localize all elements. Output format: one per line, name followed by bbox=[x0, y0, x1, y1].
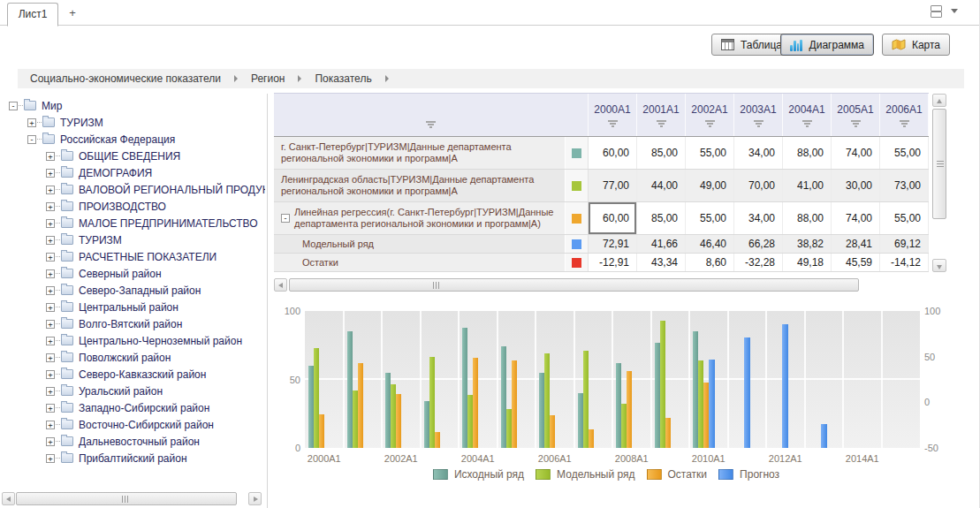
expand-icon[interactable]: + bbox=[46, 421, 55, 429]
value-cell[interactable]: 74,00 bbox=[832, 137, 880, 169]
scroll-right-button[interactable] bbox=[248, 492, 262, 505]
value-cell[interactable]: 73,00 bbox=[880, 170, 929, 201]
value-cell[interactable]: 28,41 bbox=[832, 235, 880, 253]
value-cell[interactable]: 88,00 bbox=[783, 202, 832, 234]
add-sheet-button[interactable]: + bbox=[64, 4, 81, 22]
value-cell[interactable]: 74,00 bbox=[832, 202, 880, 234]
expand-icon[interactable]: + bbox=[46, 454, 55, 463]
column-header[interactable]: 2003A1 bbox=[734, 94, 783, 136]
expand-icon[interactable]: + bbox=[46, 337, 55, 345]
value-cell[interactable]: 60,00 bbox=[589, 202, 637, 234]
scroll-left-button[interactable] bbox=[2, 492, 15, 505]
breadcrumb-item[interactable]: Регион bbox=[251, 72, 285, 85]
column-header[interactable]: 2004A1 bbox=[783, 94, 832, 136]
value-cell[interactable]: 41,00 bbox=[783, 170, 832, 201]
tree-item[interactable]: +Центрально-Черноземный район bbox=[0, 332, 265, 349]
expand-icon[interactable]: + bbox=[46, 152, 55, 161]
value-cell[interactable]: -14,12 bbox=[880, 254, 929, 271]
tree-item[interactable]: +Волго-Вятский район bbox=[0, 315, 265, 332]
expand-icon[interactable]: + bbox=[46, 387, 55, 396]
tree-horizontal-scrollbar[interactable] bbox=[2, 492, 262, 505]
value-cell[interactable]: 85,00 bbox=[637, 202, 686, 234]
value-cell[interactable]: 34,00 bbox=[734, 137, 783, 169]
value-cell[interactable]: 34,00 bbox=[734, 202, 783, 234]
value-cell[interactable]: 43,34 bbox=[637, 254, 686, 271]
expand-icon[interactable]: + bbox=[46, 202, 55, 211]
filter-icon[interactable] bbox=[608, 120, 618, 127]
tree-item[interactable]: +ОБЩИЕ СВЕДЕНИЯ bbox=[0, 148, 265, 164]
filter-icon[interactable] bbox=[426, 121, 436, 128]
table-scroll-thumb[interactable] bbox=[289, 278, 859, 292]
tab-sheet1[interactable]: Лист1 bbox=[7, 3, 58, 27]
value-cell[interactable]: -32,28 bbox=[734, 254, 783, 271]
table-horizontal-scrollbar[interactable] bbox=[274, 278, 976, 292]
expand-icon[interactable]: + bbox=[46, 253, 55, 262]
value-cell[interactable]: 85,00 bbox=[637, 137, 686, 169]
breadcrumb-item[interactable]: Показатель bbox=[315, 72, 371, 85]
value-cell[interactable]: 46,40 bbox=[686, 235, 734, 253]
tree-item[interactable]: +ТУРИЗМ bbox=[0, 231, 265, 248]
tree-item[interactable]: +ПРОИЗВОДСТВО bbox=[0, 198, 265, 215]
tree-item[interactable]: +Поволжский район bbox=[0, 349, 265, 366]
chevron-down-icon[interactable] bbox=[951, 9, 958, 13]
tree-item[interactable]: +Прибалтийский район bbox=[0, 450, 265, 466]
value-cell[interactable]: 38,82 bbox=[783, 235, 832, 253]
row-header-cell[interactable]: Модельный ряд bbox=[274, 235, 566, 253]
value-cell[interactable]: 77,00 bbox=[589, 170, 637, 201]
tree-item[interactable]: +Восточно-Сибирский район bbox=[0, 416, 265, 433]
expand-icon[interactable]: + bbox=[46, 437, 55, 446]
tree-item[interactable]: +ВАЛОВОЙ РЕГИОНАЛЬНЫЙ ПРОДУКТ bbox=[0, 181, 265, 198]
value-cell[interactable]: 88,00 bbox=[783, 137, 832, 169]
tree-item[interactable]: +Северо-Кавказский район bbox=[0, 366, 265, 383]
expand-icon[interactable]: + bbox=[46, 303, 55, 312]
value-cell[interactable]: 70,00 bbox=[734, 170, 783, 201]
filter-icon[interactable] bbox=[802, 120, 812, 127]
tree-item[interactable]: +Уральский район bbox=[0, 383, 265, 399]
row-header-cell[interactable]: Ленинградская область|ТУРИЗМ|Данные депа… bbox=[274, 170, 566, 201]
row-header-cell[interactable]: -Линейная регрессия(г. Санкт-Петербург|Т… bbox=[274, 202, 566, 234]
expand-icon[interactable]: + bbox=[46, 169, 55, 178]
collapse-icon[interactable]: - bbox=[9, 102, 18, 110]
value-cell[interactable]: -12,91 bbox=[589, 254, 637, 271]
tree-item[interactable]: +Северный район bbox=[0, 265, 265, 282]
expand-icon[interactable]: + bbox=[46, 269, 55, 278]
printer-icon[interactable] bbox=[929, 5, 942, 17]
row-header-column-header[interactable] bbox=[274, 94, 589, 136]
expand-icon[interactable]: + bbox=[46, 320, 55, 329]
tree-item[interactable]: +Дальневосточный район bbox=[0, 433, 265, 450]
value-cell[interactable]: 55,00 bbox=[686, 202, 734, 234]
tree-item[interactable]: +ДЕМОГРАФИЯ bbox=[0, 164, 265, 181]
value-cell[interactable]: 69,12 bbox=[880, 235, 929, 253]
column-header[interactable]: 2001A1 bbox=[637, 94, 686, 136]
expand-icon[interactable]: + bbox=[46, 219, 55, 228]
collapse-icon[interactable]: - bbox=[27, 135, 36, 144]
value-cell[interactable]: 49,18 bbox=[783, 254, 832, 271]
expand-icon[interactable]: + bbox=[46, 404, 55, 413]
view-chart-button[interactable]: Диаграмма bbox=[780, 34, 874, 56]
filter-icon[interactable] bbox=[705, 120, 715, 127]
tree-item[interactable]: +РАСЧЕТНЫЕ ПОКАЗАТЕЛИ bbox=[0, 248, 265, 265]
tree-scroll-thumb[interactable] bbox=[16, 492, 237, 505]
scroll-up-button[interactable] bbox=[932, 94, 946, 107]
tree-item[interactable]: -Мир bbox=[0, 97, 265, 114]
row-header-cell[interactable]: г. Санкт-Петербург|ТУРИЗМ|Данные департа… bbox=[274, 137, 566, 169]
column-header[interactable]: 2002A1 bbox=[686, 94, 734, 136]
table-vscroll-thumb[interactable] bbox=[932, 109, 946, 219]
value-cell[interactable]: 45,59 bbox=[832, 254, 880, 271]
value-cell[interactable]: 30,00 bbox=[832, 170, 880, 201]
tree-item[interactable]: +Западно-Сибирский район bbox=[0, 399, 265, 416]
view-map-button[interactable]: Карта bbox=[882, 34, 950, 56]
scroll-down-button[interactable] bbox=[932, 259, 946, 272]
value-cell[interactable]: 55,00 bbox=[880, 202, 929, 234]
expand-icon[interactable]: + bbox=[27, 118, 36, 127]
tree-item[interactable]: +Северо-Западный район bbox=[0, 282, 265, 299]
column-header[interactable]: 2005A1 bbox=[832, 94, 880, 136]
column-header[interactable]: 2000A1 bbox=[589, 94, 637, 136]
value-cell[interactable]: 55,00 bbox=[686, 137, 734, 169]
value-cell[interactable]: 72,91 bbox=[589, 235, 637, 253]
expand-icon[interactable]: + bbox=[46, 353, 55, 362]
filter-icon[interactable] bbox=[851, 120, 861, 127]
expand-icon[interactable]: + bbox=[46, 370, 55, 379]
expand-icon[interactable]: + bbox=[46, 236, 55, 245]
row-header-cell[interactable]: Остатки bbox=[274, 254, 566, 271]
